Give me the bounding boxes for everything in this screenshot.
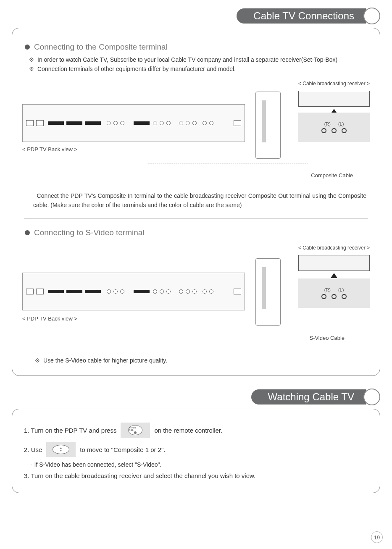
- section-heading-text: Connecting to S-Video terminal: [34, 228, 145, 237]
- cable-caption: S-Video Cable: [309, 335, 345, 341]
- sub-step: ·If S-Video has been connected, select "…: [31, 461, 368, 468]
- note-text: Connection terminals of other equipments…: [37, 65, 236, 74]
- step-text: 3. Turn on the cable broadcasting receiv…: [24, 472, 255, 479]
- button-label: INPUT SEL.: [129, 426, 142, 431]
- rca-jack-icon: [342, 128, 347, 133]
- rca-jack-icon: [331, 294, 337, 299]
- jack-label-l: (L): [338, 287, 344, 292]
- section-tab-watching: Watching Cable TV: [12, 389, 380, 405]
- note-line-2: ※ Connection terminals of other equipmen…: [29, 65, 370, 74]
- receiver-caption: < Cable broadcasting receiver >: [298, 81, 370, 87]
- receiver-caption: < Cable broadcasting receiver >: [298, 245, 370, 251]
- panel-cable-connections: Connecting to the Composite terminal ※ I…: [12, 28, 380, 376]
- panel-watching: 1. Turn on the PDP TV and press INPUT SE…: [12, 409, 380, 493]
- tab-title: Watching Cable TV: [251, 389, 366, 405]
- instruction-paragraph: ·Connect the PDP TV's Composite In termi…: [33, 192, 366, 210]
- bullet-icon: [25, 45, 30, 50]
- audio-jack-block: (R) (L): [298, 113, 370, 142]
- pdp-back-panel-illustration: [22, 104, 245, 142]
- step-text-part: 2. Use: [24, 446, 42, 453]
- cable-caption: Composite Cable: [311, 172, 353, 179]
- pdp-side-panel-illustration: [255, 258, 281, 326]
- note-line-svideo: ※ Use the S-Video cable for higher pictu…: [35, 357, 370, 365]
- note-line-1: ※ In order to watch Cable TV, Subscribe …: [29, 56, 370, 64]
- tab-title-text: Watching Cable TV: [268, 391, 354, 403]
- reference-mark-icon: ※: [35, 357, 40, 365]
- pdp-back-panel-illustration: [22, 273, 245, 310]
- step-3: 3. Turn on the cable broadcasting receiv…: [24, 472, 368, 479]
- section-head-composite: Connecting to the Composite terminal: [25, 42, 370, 52]
- rca-jack-icon: [321, 128, 326, 133]
- section-tab-connections: Cable TV Connections: [12, 8, 380, 24]
- step-1: 1. Turn on the PDP TV and press INPUT SE…: [24, 423, 368, 438]
- diagram-composite: < Cable broadcasting receiver > < PDP TV…: [22, 79, 370, 188]
- cable-path-line: [148, 163, 308, 163]
- rca-jack-icon: [321, 294, 326, 299]
- receiver-illustration: [298, 91, 370, 107]
- small-bullet-icon: ·: [31, 462, 32, 467]
- tab-circle-decor: [363, 389, 380, 405]
- sub-step-text: If S-Video has been connected, select "S…: [34, 461, 162, 468]
- nav-oval-icon: ▴ ▾: [53, 445, 69, 454]
- tab-title-text: Cable TV Connections: [253, 10, 354, 22]
- tab-title: Cable TV Connections: [237, 8, 366, 24]
- remote-input-sel-button-illustration: INPUT SEL.: [121, 423, 150, 438]
- step-2: 2. Use ▴ ▾ to move to "Composite 1 or 2"…: [24, 442, 368, 457]
- divider: [24, 218, 368, 219]
- step-text-part: 1. Turn on the PDP TV and press: [24, 427, 116, 434]
- input-sel-icon: INPUT SEL.: [128, 425, 142, 435]
- instruction-text: Connect the PDP TV's Composite In termin…: [33, 192, 366, 208]
- rca-jack-icon: [342, 294, 347, 299]
- bullet-icon: [25, 230, 30, 235]
- page-number-text: 19: [374, 534, 380, 541]
- reference-mark-icon: ※: [29, 56, 34, 64]
- audio-jack-block: (R) (L): [298, 278, 370, 308]
- jack-label-r: (R): [324, 121, 331, 126]
- backview-caption: < PDP TV Back view >: [22, 315, 77, 322]
- pdp-side-panel-illustration: [255, 92, 281, 159]
- remote-nav-button-illustration: ▴ ▾: [46, 442, 76, 457]
- note-text: Use the S-Video cable for higher picture…: [43, 357, 167, 365]
- note-text: In order to watch Cable TV, Subscribe to…: [37, 56, 337, 64]
- jack-label-l: (L): [338, 121, 344, 126]
- section-heading-text: Connecting to the Composite terminal: [34, 42, 168, 52]
- step-text-part: to move to "Composite 1 or 2".: [80, 446, 165, 453]
- reference-mark-icon: ※: [29, 65, 34, 74]
- jack-label-r: (R): [324, 287, 331, 292]
- page-number: 19: [371, 531, 383, 543]
- step-text-part: on the remote controller.: [154, 427, 222, 434]
- backview-caption: < PDP TV Back view >: [22, 146, 77, 152]
- receiver-illustration: [298, 255, 370, 271]
- tab-circle-decor: [363, 8, 380, 24]
- section-head-svideo: Connecting to S-Video terminal: [25, 228, 370, 237]
- diagram-svideo: < Cable broadcasting receiver > < PDP TV…: [22, 243, 370, 348]
- rca-jack-icon: [331, 128, 337, 133]
- small-bullet-icon: ·: [33, 194, 34, 198]
